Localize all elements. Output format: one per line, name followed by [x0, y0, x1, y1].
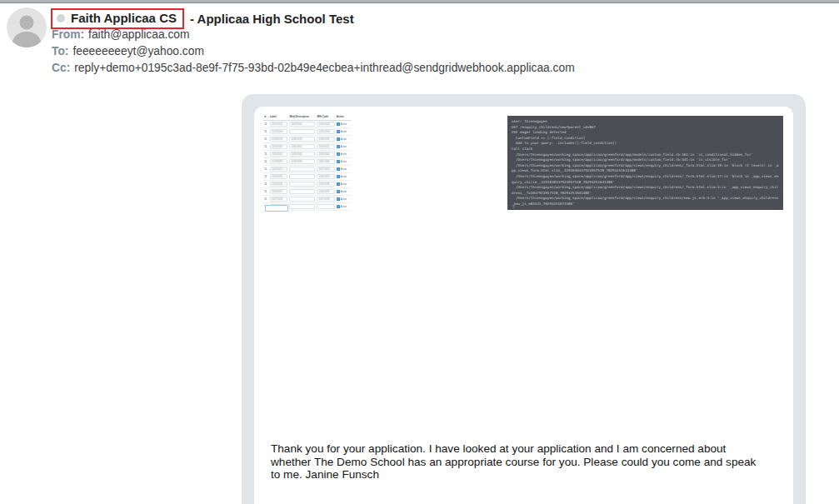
embedded-cell-input: 2085/2086: [317, 159, 334, 164]
embedded-focused-input: [265, 205, 288, 212]
email-message-text: Thank you for your application. I have l…: [271, 442, 768, 482]
drag-handle-icon: ⇅: [264, 159, 267, 163]
embedded-cell-input: [289, 189, 315, 194]
window-top-bar: [0, 0, 839, 3]
from-address: faith@applicaa.com: [88, 28, 189, 41]
email-body-background: ⇅LabelWeb DescriptionMIS CodeActive ⇅203…: [242, 94, 806, 504]
checkbox-check-icon: ✓: [337, 175, 340, 178]
drag-handle-icon: ⇅: [264, 174, 267, 178]
checkbox-check-icon: ✓: [337, 205, 340, 208]
embedded-cell-input: 2035/2036: [270, 182, 287, 187]
embedded-cell-input: 2078/2083: [270, 159, 287, 164]
embedded-cell-input: 2038/2039: [317, 137, 334, 142]
cc-address: reply+demo+0195c3ad-8e9f-7f75-93bd-02b49…: [74, 62, 574, 74]
embedded-cell-input: 2034/2035: [270, 174, 287, 179]
embedded-table-row: ⇅2023/20462035/2036✓Active: [263, 128, 351, 136]
embedded-cell-input: [289, 204, 315, 209]
embedded-table-header: MIS Code: [316, 114, 335, 121]
active-checkbox: ✓Active: [337, 190, 350, 193]
sender-name: Faith Applicaa CS: [71, 11, 177, 25]
active-checkbox: ✓Active: [337, 145, 350, 148]
checkbox-check-icon: ✓: [337, 190, 340, 193]
unread-dot-icon: [57, 14, 65, 22]
embedded-cell-input: 2030/2049: [270, 144, 287, 149]
embedded-table-row: ⇅2031/20322022/20302020/2023✓Active: [263, 121, 351, 128]
embedded-table-header: Active: [336, 114, 351, 121]
embedded-cell-input: [317, 204, 334, 209]
active-checkbox: ✓Active: [337, 137, 350, 141]
email-subject-row: Faith Applicaa CS - Applicaa High School…: [51, 7, 354, 29]
embedded-cell-input: [289, 167, 315, 172]
embedded-table-header: Web Description: [288, 114, 316, 121]
embedded-table-row: ⇅2039/20412039/20422039/2040✓Active: [263, 151, 351, 158]
drag-handle-icon: ⇅: [264, 129, 267, 133]
embedded-cell-input: 2039/2040: [317, 152, 334, 157]
embedded-cell-input: 2038/2039: [289, 137, 315, 142]
email-preview-page: { "header": { "sender_name": "Faith Appl…: [0, 0, 839, 504]
terminal-log-text: user: thiennguyen GET /enquiry_childrens…: [512, 119, 780, 207]
active-checkbox: ✓Active: [337, 175, 350, 178]
embedded-cell-input: 2040/2050: [289, 144, 315, 149]
embedded-terminal-image: user: thiennguyen GET /enquiry_childrens…: [507, 116, 783, 210]
embedded-cell-input: [289, 174, 315, 179]
cc-label: Cc:: [52, 62, 70, 74]
embedded-cell-input: 2023/2046: [270, 129, 287, 134]
embedded-cell-input: 2078/2083: [289, 159, 315, 164]
checkbox-check-icon: ✓: [337, 182, 340, 186]
drag-handle-icon: ⇅: [264, 167, 267, 171]
embedded-cell-input: 2035/2036: [317, 182, 334, 187]
embedded-table: ⇅LabelWeb DescriptionMIS CodeActive ⇅203…: [263, 114, 351, 211]
embedded-table-header: Label: [269, 114, 288, 121]
embedded-cell-input: 2037/2038: [317, 197, 334, 202]
embedded-cell-input: 2041/2024: [270, 167, 287, 172]
embedded-table-row: ⇅2041/20242022/2023✓Active: [263, 166, 351, 173]
embedded-cell-input: 2039/2041: [270, 152, 287, 157]
checkbox-check-icon: ✓: [337, 197, 340, 201]
active-checkbox: ✓Active: [337, 122, 350, 126]
embedded-cell-input: [289, 129, 315, 134]
embedded-table-row: ⇅2078/20832078/20832085/2086✓Active: [263, 158, 351, 166]
embedded-cell-input: 2036/2037: [270, 189, 287, 194]
active-checkbox: ✓Active: [337, 197, 350, 201]
embedded-cell-input: 2035/2036: [317, 129, 334, 134]
annotation-red-box: Faith Applicaa CS: [51, 8, 184, 29]
drag-handle-icon: ⇅: [264, 137, 267, 141]
checkbox-check-icon: ✓: [337, 152, 340, 156]
drag-handle-icon: ⇅: [264, 152, 267, 156]
embedded-cell-input: 2020/2023: [317, 122, 334, 127]
embedded-table-row: ⇅2036/20372036/2037✓Active: [263, 188, 351, 196]
embedded-cell-input: 2038/2039: [270, 137, 287, 142]
active-checkbox: ✓Active: [337, 152, 350, 156]
embedded-cell-input: 2036/2037: [317, 189, 334, 194]
embedded-cell-input: 2039/2042: [289, 152, 315, 157]
sender-avatar: [7, 7, 47, 47]
embedded-cell-input: [289, 197, 315, 202]
embedded-table-row: ⇅2038/20392038/20392038/2039✓Active: [263, 136, 351, 143]
active-checkbox: ✓Active: [337, 205, 350, 208]
embedded-cell-input: 2020/2021: [317, 144, 334, 149]
drag-handle-icon: ⇅: [264, 189, 267, 193]
active-checkbox: ✓Active: [337, 167, 350, 171]
embedded-table-image: ⇅LabelWeb DescriptionMIS CodeActive ⇅203…: [263, 114, 351, 212]
embedded-cell-input: 2034/2035: [317, 174, 334, 179]
embedded-cell-input: 2037/2038: [270, 197, 287, 202]
cc-line: Cc:reply+demo+0195c3ad-8e9f-7f75-93bd-02…: [52, 62, 575, 74]
active-checkbox: ✓Active: [337, 130, 350, 133]
checkbox-check-icon: ✓: [337, 167, 340, 171]
drag-handle-icon: ⇅: [264, 197, 267, 201]
embedded-cell-input: 2031/2032: [270, 122, 287, 127]
checkbox-check-icon: ✓: [337, 137, 340, 141]
embedded-table-row: ⇅2037/20382037/2038✓Active: [263, 196, 351, 203]
checkbox-check-icon: ✓: [337, 130, 340, 133]
embedded-cell-input: [289, 182, 315, 187]
checkbox-check-icon: ✓: [337, 122, 340, 126]
checkbox-check-icon: ✓: [337, 160, 340, 163]
from-line: From:faith@applicaa.com: [52, 28, 189, 41]
embedded-cell-input: 2022/2023: [317, 167, 334, 172]
active-checkbox: ✓Active: [337, 160, 350, 163]
embedded-table-header: ⇅: [263, 114, 269, 121]
drag-handle-icon: ⇅: [264, 144, 267, 148]
embedded-table-row: ⇅2034/20352034/2035✓Active: [263, 173, 351, 181]
email-subject: - Applicaa High School Test: [190, 12, 354, 26]
terminal-cursor: ▯: [512, 203, 515, 208]
